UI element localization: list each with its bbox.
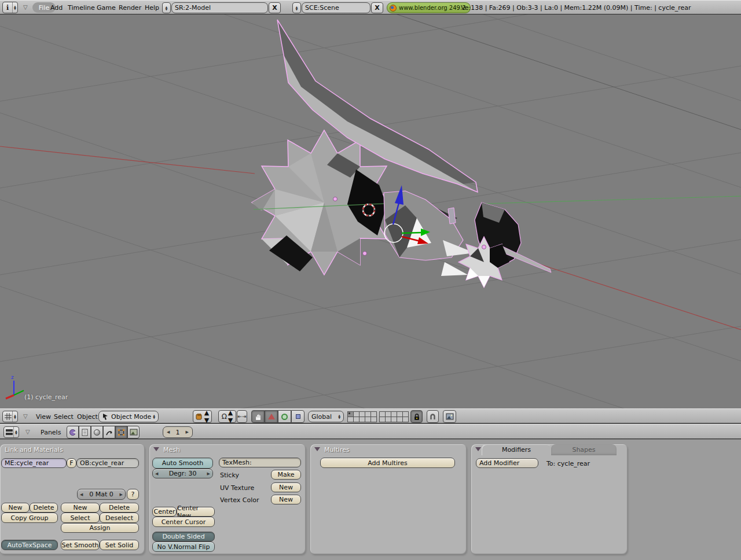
- snap-toggle[interactable]: [427, 410, 439, 423]
- vertex-color-label: Vertex Color: [220, 496, 259, 504]
- scene-name-field[interactable]: SCE:Scene: [302, 2, 370, 13]
- mode-dropdown[interactable]: Object Mode ▲▼: [98, 411, 159, 422]
- pivot-dropdown[interactable]: Ω ▲▼: [218, 410, 236, 423]
- deselect-button[interactable]: Deselect: [100, 513, 139, 523]
- centers-icon: ⇤⇥: [237, 414, 246, 419]
- version-badge[interactable]: www.blender.org 249.2: [387, 2, 471, 13]
- menu-view[interactable]: View: [36, 413, 51, 421]
- double-sided-toggle[interactable]: Double Sided: [152, 532, 215, 541]
- center-new-button[interactable]: Center New: [177, 507, 215, 517]
- scale-icon: [296, 414, 300, 419]
- scale-manipulator-button[interactable]: [291, 410, 305, 423]
- screen-name-field[interactable]: SR:2-Model: [171, 2, 268, 13]
- scene-browse-button[interactable]: ▲▼: [292, 2, 301, 13]
- image-icon: [446, 413, 454, 420]
- manipulator-y-arrow[interactable]: [402, 233, 421, 233]
- header-collapse-icon[interactable]: ▽: [23, 4, 28, 10]
- material-index-stepper[interactable]: ◀ 0 Mat 0 ▶: [77, 489, 126, 500]
- tab-shapes[interactable]: Shapes: [551, 444, 617, 455]
- screen-browse-button[interactable]: ▲▼: [162, 2, 171, 13]
- panel-collapse-icon[interactable]: [153, 447, 159, 451]
- menu-game[interactable]: Game: [97, 4, 116, 12]
- degr-prev-icon[interactable]: ◀: [153, 471, 160, 476]
- window-type-button[interactable]: ▲▼: [3, 426, 19, 438]
- tab-modifiers[interactable]: Modifiers: [482, 444, 551, 455]
- menu-timeline[interactable]: Timeline: [68, 4, 95, 12]
- logic-buttons-tab[interactable]: [67, 426, 79, 439]
- menu-object[interactable]: Object: [77, 413, 98, 421]
- select-button[interactable]: Select: [61, 513, 100, 523]
- editing-buttons-tab[interactable]: [115, 426, 127, 439]
- solid-draw-icon: [196, 413, 203, 420]
- header-collapse-icon[interactable]: ▽: [25, 429, 30, 435]
- vgroup-new-button[interactable]: New: [1, 503, 30, 513]
- assign-button[interactable]: Assign: [61, 523, 139, 533]
- scene-delete-button[interactable]: X: [371, 2, 383, 13]
- object-name-field[interactable]: OB:cycle_rear: [76, 458, 139, 468]
- screen-delete-button[interactable]: X: [269, 2, 281, 13]
- window-type-button[interactable]: ▲▼: [2, 411, 18, 422]
- uv-texture-new-button[interactable]: New: [271, 482, 301, 492]
- vertex-color-new-button[interactable]: New: [271, 495, 301, 504]
- mesh-datablock-field[interactable]: ME:cycle_rear: [1, 458, 67, 468]
- menu-add[interactable]: Add: [50, 4, 63, 12]
- material-sphere-icon: [94, 429, 100, 436]
- no-vnormal-flip-toggle[interactable]: No V.Normal Flip: [152, 541, 215, 552]
- lock-icon: [413, 413, 420, 421]
- buttons-window-header: ▲▼ ▽ Panels: [0, 424, 741, 439]
- orientation-dropdown[interactable]: Global▲▼: [308, 411, 344, 422]
- layer-buttons-group-2[interactable]: [379, 411, 408, 422]
- material-delete-button[interactable]: Delete: [100, 503, 139, 513]
- add-multires-button[interactable]: Add Multires: [320, 458, 455, 468]
- pivot-median-icon: Ω: [222, 412, 227, 421]
- window-type-button[interactable]: i ▲▼: [2, 2, 18, 13]
- center-cursor-button[interactable]: Center Cursor: [152, 517, 215, 527]
- mat-next-icon[interactable]: ▶: [118, 492, 125, 497]
- shading-buttons-tab[interactable]: [91, 426, 103, 439]
- viewport-3d[interactable]: z (1) cycle_rear: [0, 14, 741, 408]
- fake-user-button[interactable]: F: [67, 458, 76, 468]
- translate-manipulator-button[interactable]: [265, 410, 278, 423]
- modifier-target-label: To: cycle_rear: [546, 460, 590, 467]
- center-button[interactable]: Center: [152, 507, 177, 517]
- layer-buttons-group-1[interactable]: [347, 411, 376, 422]
- copy-group-button[interactable]: Copy Group: [1, 513, 58, 523]
- menu-help[interactable]: Help: [145, 4, 159, 12]
- menu-select[interactable]: Select: [54, 413, 74, 421]
- browse-arrows-icon: ▲▼: [295, 3, 299, 13]
- scene-buttons-tab[interactable]: [127, 426, 140, 439]
- panel-collapse-icon[interactable]: [475, 447, 481, 451]
- frame-prev-icon[interactable]: ◀: [164, 430, 172, 434]
- render-preview-button[interactable]: [443, 410, 456, 423]
- header-collapse-icon[interactable]: ▽: [23, 413, 28, 419]
- set-solid-button[interactable]: Set Solid: [100, 540, 139, 550]
- vgroup-delete-button[interactable]: Delete: [30, 503, 58, 513]
- texmesh-field[interactable]: TexMesh:: [219, 458, 301, 467]
- lock-layers-toggle[interactable]: [410, 410, 423, 423]
- material-help-button[interactable]: ?: [127, 489, 139, 500]
- panel-title: Mesh: [163, 446, 180, 454]
- autotexspace-toggle[interactable]: AutoTexSpace: [1, 540, 58, 550]
- mat-prev-icon[interactable]: ◀: [78, 492, 85, 497]
- rotate-manipulator-button[interactable]: [278, 410, 291, 423]
- menu-render[interactable]: Render: [119, 4, 141, 12]
- set-smooth-button[interactable]: Set Smooth: [61, 540, 100, 550]
- frame-next-icon[interactable]: ▶: [184, 430, 191, 434]
- degr-next-icon[interactable]: ▶: [205, 471, 212, 476]
- add-modifier-button[interactable]: Add Modifier: [476, 458, 538, 468]
- auto-smooth-toggle[interactable]: Auto Smooth: [152, 458, 213, 469]
- sticky-make-button[interactable]: Make: [271, 470, 301, 480]
- draw-type-dropdown[interactable]: ▲▼: [193, 410, 212, 423]
- object-buttons-tab[interactable]: [103, 426, 115, 439]
- panel-collapse-icon[interactable]: [314, 447, 320, 451]
- frame-number-stepper[interactable]: ◀ 1 ▶: [163, 426, 193, 438]
- move-centers-toggle[interactable]: ⇤⇥: [237, 410, 247, 423]
- viewport-canvas[interactable]: z: [0, 14, 741, 408]
- manipulator-toggle[interactable]: [251, 410, 265, 423]
- material-new-button[interactable]: New: [61, 503, 100, 513]
- buttons-panel-area: Link and Materials ME:cycle_rear F OB:cy…: [0, 440, 741, 560]
- browse-arrows-icon: ▲▼: [164, 3, 169, 13]
- script-buttons-tab[interactable]: [79, 426, 91, 439]
- degr-stepper[interactable]: ◀ Degr: 30 ▶: [152, 469, 213, 478]
- sticky-label: Sticky: [220, 471, 239, 479]
